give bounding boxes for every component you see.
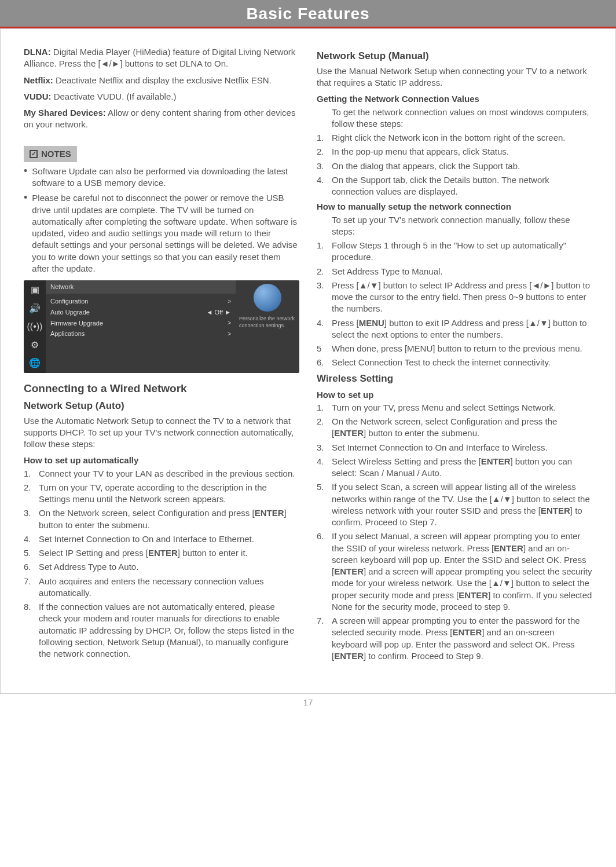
vudu-paragraph: VUDU: Deactivate VUDU. (If available.) [24,91,299,103]
step-text: On the dialog that appears, click the Su… [332,160,520,172]
step-text: Set Address Type to Auto. [39,561,138,573]
list-item: 3.Press [▲/▼] button to select IP Addres… [317,280,592,315]
step-text: Press [▲/▼] button to select IP Address … [332,280,592,315]
network-setup-auto-heading: Network Setup (Auto) [24,400,299,413]
note-text: Software Update can also be performed vi… [32,166,299,189]
chevron-right-icon: > [228,330,231,338]
shared-devices-paragraph: My Shared Devices: Allow or deny content… [24,107,299,131]
note-text: Please be careful not to disconnect the … [32,192,299,275]
menu-row-auto-upgrade: Auto Upgrade ◄ Off ► [46,307,236,318]
step-number: 2. [317,416,327,440]
step-text: Press [MENU] button to exit IP Address a… [332,317,592,341]
step-number: 3. [317,160,327,172]
list-item: 2.Turn on your TV, operate according to … [24,482,299,506]
step-text: On the Support tab, click the Details bu… [332,174,592,198]
list-item: 6.If you select Manual, a screen will ap… [317,531,592,613]
step-number: 8. [24,601,34,660]
step-number: 2. [317,266,327,277]
step-text: Follow Steps 1 through 5 in the "How to … [332,240,592,264]
menu-row-configuration: Configuration > [46,296,236,307]
netflix-paragraph: Netflix: Deactivate Netflix and display … [24,75,299,86]
chevron-right-icon: > [228,298,231,306]
wireless-howto-subheading: How to set up [317,389,592,401]
list-item: Software Update can also be performed vi… [24,166,299,189]
menu-description-text: Personalize the network connection setti… [239,315,296,329]
getting-values-intro: To get the network connection values on … [317,107,592,130]
left-column: DLNA: Digital Media Player (HiMedia) fea… [24,46,299,664]
step-text: Select Connection Test to check the inte… [332,357,551,368]
step-number: 4. [24,533,34,545]
step-number: 4. [317,317,327,341]
menu-row-label: Applications [50,330,85,338]
getting-values-steps: 1.Right click the Network icon in the bo… [317,132,592,197]
list-item: 1.Turn on your TV, press Menu and select… [317,402,592,414]
wireless-steps: 1.Turn on your TV, press Menu and select… [317,402,592,662]
dlna-label: DLNA: [24,47,51,57]
network-setup-manual-heading: Network Setup (Manual) [317,50,592,63]
step-text: Auto acquires and enters the necessary c… [39,576,299,599]
broadcast-icon: ((•)) [27,320,43,333]
list-item: 8.If the connection values are not autom… [24,601,299,660]
step-number: 2. [24,482,34,506]
step-number: 5 [317,343,327,354]
list-item: 4.On the Support tab, click the Details … [317,174,592,198]
step-text: In the pop-up menu that appears, click S… [332,146,509,158]
list-item: 3.On the dialog that appears, click the … [317,160,592,172]
menu-title: Network [46,280,236,294]
menu-row-label: Configuration [50,297,88,306]
list-item: 2.On the Network screen, select Configur… [317,416,592,440]
vudu-text: Deactivate VUDU. (If available.) [52,92,177,101]
list-item: 3.On the Network screen, select Configur… [24,507,299,531]
page-header-title: Basic Features [246,5,369,23]
notes-list: Software Update can also be performed vi… [24,166,299,275]
list-item: 1.Follow Steps 1 through 5 in the "How t… [317,240,592,264]
list-item: 3.Set Internet Connection to On and Inte… [317,442,592,453]
step-number: 7. [317,615,327,662]
step-text: Select IP Setting and press [ENTER] butt… [39,547,248,559]
step-text: If the connection values are not automat… [39,601,299,660]
wireless-setting-heading: Wireless Setting [317,372,592,386]
page-number: 17 [303,697,313,707]
list-item: 2.Set Address Type to Manual. [317,266,592,277]
page-footer: 17 [0,694,616,719]
check-icon: ✓ [30,150,38,158]
manual-intro: Use the Manual Network Setup when connec… [317,65,592,89]
picture-icon: ▣ [31,284,39,297]
chevron-right-icon: > [228,319,231,327]
menu-row-applications: Applications > [46,328,236,339]
list-item: 5.Select IP Setting and press [ENTER] bu… [24,547,299,559]
step-text: If you select Manual, a screen will appe… [332,531,592,613]
step-text: Turn on your TV, operate according to th… [39,482,299,506]
list-item: 6.Set Address Type to Auto. [24,561,299,573]
settings-icon: ⚙ [31,339,39,352]
menu-row-label: Firmware Upgrade [50,319,103,328]
step-number: 3. [317,280,327,315]
menu-rows: Configuration > Auto Upgrade ◄ Off ► Fir… [46,294,236,342]
network-menu-mock: ▣ 🔊 ((•)) ⚙ 🌐 Network Configuration > Au… [24,280,299,373]
step-number: 4. [317,456,327,480]
dlna-text: Digital Media Player (HiMedia) feature o… [24,47,295,68]
dlna-paragraph: DLNA: Digital Media Player (HiMedia) fea… [24,46,299,70]
menu-sidebar: ▣ 🔊 ((•)) ⚙ 🌐 [24,280,46,373]
netflix-label: Netflix: [24,75,53,85]
step-text: Set Internet Connection to On and Interf… [39,533,254,545]
howto-manual-steps: 1.Follow Steps 1 through 5 in the "How t… [317,240,592,369]
step-text: When done, press [MENU] button to return… [332,343,582,354]
notes-heading-box: ✓ NOTES [24,146,77,162]
step-text: Turn on your TV, press Menu and select S… [332,402,556,414]
list-item: Please be careful not to disconnect the … [24,192,299,275]
page-content: DLNA: Digital Media Player (HiMedia) fea… [0,28,616,694]
step-text: On the Network screen, select Configurat… [332,416,592,440]
list-item: 7.Auto acquires and enters the necessary… [24,576,299,599]
list-item: 5When done, press [MENU] button to retur… [317,343,592,354]
connecting-wired-heading: Connecting to a Wired Network [24,381,299,396]
menu-main: Network Configuration > Auto Upgrade ◄ O… [46,280,236,373]
list-item: 4.Select Wireless Setting and press the … [317,456,592,480]
auto-subheading: How to set up automatically [24,455,299,466]
sound-icon: 🔊 [29,302,41,315]
step-text: On the Network screen, select Configurat… [39,507,299,531]
notes-heading: NOTES [41,148,71,160]
step-number: 6. [317,357,327,368]
step-number: 1. [317,240,327,264]
step-number: 1. [317,402,327,414]
